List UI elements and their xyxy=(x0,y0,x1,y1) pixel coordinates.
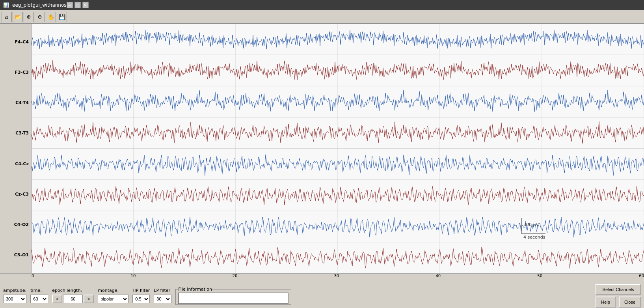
zoom-in-button[interactable]: ⊕ xyxy=(24,12,34,22)
x-tick-60: 60 xyxy=(639,274,644,278)
epoch-next-button[interactable]: > xyxy=(84,295,94,303)
zoom-out-icon: ⊖ xyxy=(38,14,42,20)
folder-icon: 📂 xyxy=(15,14,21,20)
titlebar-controls: ─ □ ✕ xyxy=(67,2,89,8)
save-plot-button[interactable]: 💾 xyxy=(57,12,67,22)
x-tick-0: 0 xyxy=(32,274,34,278)
hp-filter-control: HP filter 0.1 0.5 1.0 2.0 xyxy=(132,288,150,303)
controls-bar: amplitude: 100 300 500 1000 time: 10 30 … xyxy=(0,283,644,308)
svg-text:300 μV: 300 μV xyxy=(523,222,539,227)
help-button[interactable]: Help xyxy=(596,297,616,308)
amplitude-label: amplitude: xyxy=(3,288,26,293)
main-area: F4-C4 F3-C3 C4-T4 C3-T3 C4-Cz Cz-C3 C4-O… xyxy=(0,24,644,283)
x-tick-40: 40 xyxy=(436,274,441,278)
channel-label-c4o2: C4-O2 xyxy=(0,209,31,240)
action-buttons: Select Channels Help Close xyxy=(596,284,641,308)
maximize-button[interactable]: □ xyxy=(74,2,81,8)
epoch-length-input[interactable] xyxy=(63,295,83,303)
close-button[interactable]: Close xyxy=(619,297,641,308)
amplitude-select[interactable]: 100 300 500 1000 xyxy=(3,295,26,303)
plot-container: F4-C4 F3-C3 C4-T4 C3-T3 C4-Cz Cz-C3 C4-O… xyxy=(0,24,644,273)
epoch-length-control: epoch length: < > xyxy=(52,288,94,303)
x-tick-30: 30 xyxy=(334,274,339,278)
channel-label-c4t4: C4-T4 xyxy=(0,88,31,118)
channel-label-c3t3: C3-T3 xyxy=(0,118,31,148)
channel-label-f3c3: F3-C3 xyxy=(0,57,31,88)
montage-label: montage: xyxy=(98,288,128,293)
time-label: time: xyxy=(30,288,48,293)
channel-label-c4cz: C4-Cz xyxy=(0,149,31,179)
zoom-in-icon: ⊕ xyxy=(27,14,31,20)
amplitude-control: amplitude: 100 300 500 1000 xyxy=(3,288,26,303)
file-info-legend: File Information xyxy=(178,287,212,292)
x-axis-ticks: 0 10 20 30 40 50 60 xyxy=(32,274,644,278)
channel-label-c3o1: C3-O1 xyxy=(0,240,31,270)
hp-filter-select[interactable]: 0.1 0.5 1.0 2.0 xyxy=(132,295,150,303)
home-button[interactable]: ⌂ xyxy=(2,12,12,22)
lp-filter-select[interactable]: 15 30 70 100 xyxy=(154,295,171,303)
titlebar: 📊 eeg_plotgui_withannos ─ □ ✕ xyxy=(0,0,644,10)
eeg-plot-area[interactable]: 300 μV4 seconds xyxy=(32,24,644,273)
minimize-button[interactable]: ─ xyxy=(67,2,73,8)
file-info-display xyxy=(178,293,288,304)
save-icon: 💾 xyxy=(59,14,65,20)
file-info-group: File Information xyxy=(175,287,291,305)
close-window-button[interactable]: ✕ xyxy=(82,2,89,8)
app-icon: 📊 xyxy=(3,2,9,8)
x-tick-50: 50 xyxy=(537,274,542,278)
eeg-waveform-svg: 300 μV4 seconds xyxy=(32,24,644,273)
hp-filter-label: HP filter xyxy=(132,288,150,293)
lp-filter-label: LP filter xyxy=(154,288,171,293)
epoch-prev-button[interactable]: < xyxy=(52,295,62,303)
channel-labels: F4-C4 F3-C3 C4-T4 C3-T3 C4-Cz Cz-C3 C4-O… xyxy=(0,24,32,273)
channel-label-czc3: Cz-C3 xyxy=(0,179,31,209)
window-title: eeg_plotgui_withannos xyxy=(12,2,67,8)
time-select[interactable]: 10 30 60 120 xyxy=(30,295,48,303)
home-icon: ⌂ xyxy=(5,14,9,20)
lp-filter-control: LP filter 15 30 70 100 xyxy=(154,288,171,303)
time-control: time: 10 30 60 120 xyxy=(30,288,48,303)
pan-button[interactable]: ✋ xyxy=(46,12,56,22)
x-axis: 0 10 20 30 40 50 60 xyxy=(0,273,644,283)
zoom-out-button[interactable]: ⊖ xyxy=(35,12,45,22)
pan-icon: ✋ xyxy=(48,14,54,20)
montage-select[interactable]: bipolar monopolar average xyxy=(98,295,128,303)
select-channels-button[interactable]: Select Channels xyxy=(596,284,641,295)
x-tick-20: 20 xyxy=(233,274,238,278)
epoch-length-label: epoch length: xyxy=(52,288,94,293)
channel-label-f4c4: F4-C4 xyxy=(0,27,31,57)
open-button[interactable]: 📂 xyxy=(13,12,23,22)
svg-text:4 seconds: 4 seconds xyxy=(523,235,545,240)
x-tick-10: 10 xyxy=(131,274,136,278)
montage-control: montage: bipolar monopolar average xyxy=(98,288,128,303)
toolbar: ⌂ 📂 ⊕ ⊖ ✋ 💾 xyxy=(0,10,644,24)
